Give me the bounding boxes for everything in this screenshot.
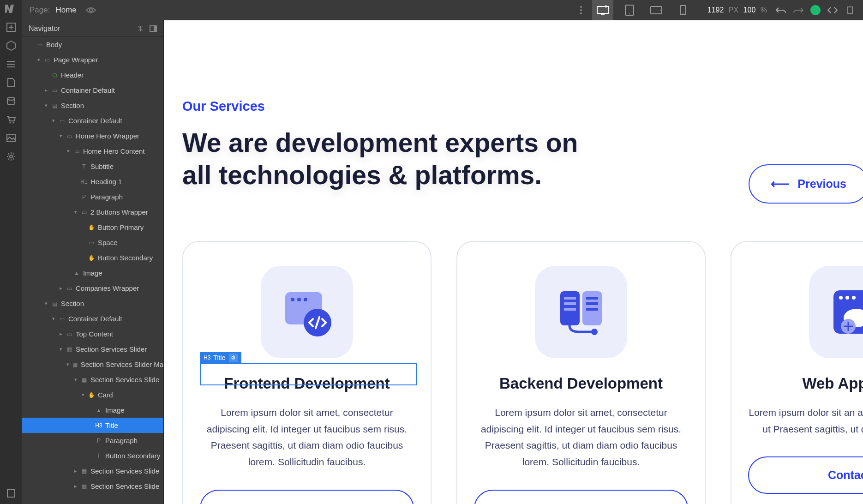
add-element-icon[interactable] <box>5 21 17 33</box>
tree-row[interactable]: ▭Space <box>22 235 163 250</box>
cms-icon[interactable] <box>5 95 17 107</box>
tree-row[interactable]: ✋Button Secondary <box>22 250 163 265</box>
tree-arrow-icon[interactable]: ▸ <box>73 468 78 474</box>
tree-arrow-icon[interactable]: ▾ <box>80 392 86 398</box>
tree-arrow-icon[interactable]: ▸ <box>43 87 49 93</box>
tree-row[interactable]: H1Heading 1 <box>22 174 163 189</box>
tree-arrow-icon[interactable]: ▸ <box>58 331 64 337</box>
tree-row[interactable]: ▾▤Section <box>22 296 163 311</box>
tree-arrow-icon[interactable]: ▾ <box>43 102 49 108</box>
svg-rect-18 <box>848 7 852 13</box>
publish-status-indicator[interactable] <box>810 5 821 15</box>
tree-row[interactable]: ▾▭Page Wrapper <box>22 52 163 67</box>
tree-arrow-icon[interactable]: ▾ <box>36 57 42 63</box>
tree-arrow-icon[interactable]: ▾ <box>51 316 56 322</box>
assets-icon[interactable] <box>5 132 17 144</box>
card-title[interactable]: Web App Deve <box>802 375 863 392</box>
svg-point-2 <box>9 122 11 124</box>
tree-arrow-icon[interactable]: ▾ <box>51 118 56 124</box>
card-title[interactable]: Backend Development <box>499 375 663 392</box>
tree-type-icon: ▭ <box>36 42 43 48</box>
tree-row[interactable]: PParagraph <box>22 433 163 448</box>
tree-arrow-icon[interactable]: ▸ <box>73 483 78 489</box>
card-title[interactable]: Frontend Development <box>224 375 390 392</box>
tree-row[interactable]: TButton Secondary <box>22 448 163 463</box>
tree-row[interactable]: ▾▭Home Hero Content <box>22 144 163 159</box>
tree-row-label: Heading 1 <box>90 178 122 186</box>
card-body[interactable]: Lorem ipsum dolor sit an adipiscing elit… <box>748 404 863 437</box>
page-name[interactable]: Home <box>55 6 76 15</box>
collapse-panel-icon[interactable] <box>150 25 157 32</box>
tree-arrow-icon[interactable]: ▸ <box>58 285 64 291</box>
tree-row[interactable]: PParagraph <box>22 189 163 204</box>
tree-row[interactable]: ▾▭Container Default <box>22 113 163 128</box>
navigator-icon[interactable] <box>5 58 17 70</box>
tree-row[interactable]: ▾✋Card <box>22 387 163 402</box>
svg-point-1 <box>7 97 15 100</box>
heading-line-1: We are development experts on <box>182 128 578 157</box>
contact-button[interactable]: Contact Us <box>200 490 414 504</box>
tree-row[interactable]: ▸▦Section Services Slide <box>22 479 163 494</box>
tree-type-icon: ✋ <box>88 392 95 398</box>
symbols-icon[interactable] <box>5 40 17 52</box>
tree-arrow-icon[interactable]: ▾ <box>66 361 70 367</box>
tree-arrow-icon[interactable]: ▾ <box>73 377 78 383</box>
subtitle-text[interactable]: Our Services <box>182 99 863 114</box>
settings-icon[interactable] <box>5 150 17 162</box>
webflow-logo-icon[interactable] <box>5 3 17 15</box>
more-menu-icon[interactable] <box>575 6 587 14</box>
tree-row-label: Subtitle <box>90 162 114 170</box>
tree-type-icon: T <box>95 453 102 459</box>
tree-row[interactable]: H3Title <box>22 418 163 433</box>
code-export-icon[interactable] <box>827 5 838 16</box>
ecommerce-icon[interactable] <box>5 114 17 126</box>
tree-row[interactable]: ▸▭Companies Wrapper <box>22 281 163 296</box>
service-card[interactable]: Backend DevelopmentLorem ipsum dolor sit… <box>456 241 706 504</box>
tree-arrow-icon[interactable]: ▾ <box>58 133 64 139</box>
unpin-icon[interactable] <box>138 25 144 32</box>
tree-row[interactable]: ✋Button Primary <box>22 220 163 235</box>
svg-point-38 <box>852 296 856 300</box>
tree-row[interactable]: ▲Image <box>22 402 163 418</box>
viewport-mobile-button[interactable] <box>672 0 694 20</box>
pages-icon[interactable] <box>5 77 17 89</box>
audit-icon[interactable] <box>5 487 17 499</box>
undo-icon[interactable] <box>775 5 786 16</box>
card-body[interactable]: Lorem ipsum dolor sit amet, consectetur … <box>200 404 414 470</box>
previous-button[interactable]: ⟵ Previous <box>749 164 863 204</box>
tree-row[interactable]: ▸▦Section Services Slide <box>22 463 163 479</box>
redo-icon[interactable] <box>793 5 804 16</box>
tree-arrow-icon[interactable]: ▾ <box>58 346 64 352</box>
tree-row[interactable]: ▭Body <box>22 37 163 52</box>
tree-row[interactable]: ▾▭Container Default <box>22 311 163 326</box>
svg-point-3 <box>12 122 14 124</box>
tree-row[interactable]: ▾▭2 Buttons Wrapper <box>22 204 163 220</box>
card-body[interactable]: Lorem ipsum dolor sit amet, consectetur … <box>474 404 688 470</box>
viewport-size-readout: 1192 PX 100 % <box>707 6 770 14</box>
preview-icon[interactable] <box>86 7 96 13</box>
tree-row[interactable]: ▸▭Top Content <box>22 326 163 342</box>
tree-row[interactable]: ▾▭Home Hero Wrapper <box>22 128 163 144</box>
tree-arrow-icon[interactable]: ▾ <box>66 148 71 154</box>
tree-row[interactable]: ▾▤Section <box>22 98 163 113</box>
tree-row[interactable]: TSubtitle <box>22 159 163 174</box>
tree-arrow-icon[interactable]: ▾ <box>43 300 49 306</box>
tree-row[interactable]: ▾▦Section Services Slider Ma <box>22 357 163 372</box>
tree-arrow-icon[interactable]: ▾ <box>73 209 78 215</box>
contact-button[interactable]: Contact U <box>748 456 863 494</box>
tree-type-icon: ▦ <box>80 468 88 474</box>
tree-row[interactable]: ⬡Header <box>22 67 163 83</box>
viewport-desktop-button[interactable] <box>592 0 613 20</box>
tree-row[interactable]: ▲Image <box>22 265 163 281</box>
tree-row[interactable]: ▾▦Section Services Slider <box>22 342 163 357</box>
tree-type-icon: ✋ <box>88 224 95 231</box>
service-card[interactable]: Web App DeveLorem ipsum dolor sit an adi… <box>731 241 863 504</box>
viewport-landscape-button[interactable] <box>646 0 667 20</box>
viewport-tablet-button[interactable] <box>619 0 640 20</box>
right-panel-toggle-icon[interactable] <box>845 5 856 16</box>
design-canvas[interactable]: Our Services We are development experts … <box>164 20 863 504</box>
contact-button[interactable]: Contact Us <box>474 490 688 504</box>
tree-row[interactable]: ▾▦Section Services Slide <box>22 372 163 387</box>
service-card[interactable]: Frontend DevelopmentLorem ipsum dolor si… <box>182 241 432 504</box>
tree-row[interactable]: ▸▭Container Default <box>22 83 163 98</box>
